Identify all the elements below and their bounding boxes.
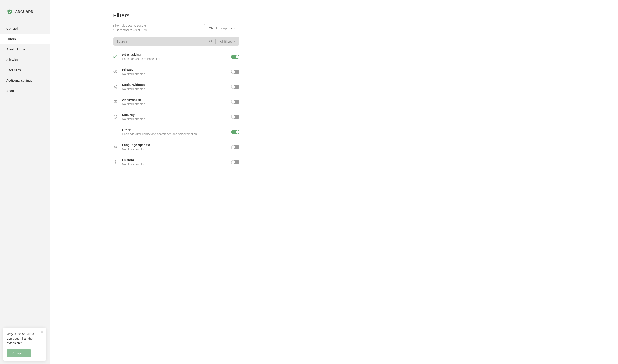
rules-count: Filter rules count: 108278: [113, 24, 148, 28]
category-title: Security: [122, 113, 226, 117]
category-subtitle: Enabled: AdGuard Base filter: [122, 57, 226, 61]
category-title: Language-specific: [122, 143, 226, 147]
category-subtitle: No filters enabled: [122, 72, 226, 76]
annoyance-icon: [113, 100, 118, 104]
category-row-social-widgets[interactable]: Social Widgets No filters enabled: [113, 83, 239, 91]
toggle-language-specific[interactable]: [231, 145, 239, 149]
sidebar-item-label: Stealth Mode: [6, 47, 25, 51]
sidebar: ADGUARD General Filters Stealth Mode All…: [0, 0, 50, 364]
sidebar-item-label: About: [6, 89, 15, 92]
sidebar-item-additional-settings[interactable]: Additional settings: [0, 75, 50, 86]
sidebar-item-label: Additional settings: [6, 78, 32, 82]
svg-point-6: [114, 86, 115, 87]
category-subtitle: No filters enabled: [122, 102, 226, 106]
search-bar: All filters: [113, 37, 239, 46]
check-updates-button[interactable]: Check for updates: [204, 24, 239, 32]
category-text: Ad Blocking Enabled: AdGuard Base filter: [122, 53, 226, 61]
brand-name: ADGUARD: [15, 10, 33, 14]
search-input[interactable]: [113, 40, 209, 43]
toggle-ad-blocking[interactable]: [231, 55, 239, 59]
filter-dropdown-label: All filters: [220, 40, 232, 43]
category-text: Custom No filters enabled: [122, 158, 226, 166]
list-icon: [113, 130, 118, 134]
search-icon[interactable]: [209, 40, 215, 43]
shield-icon: [113, 115, 118, 119]
svg-point-7: [116, 85, 117, 86]
filter-categories: Ad Blocking Enabled: AdGuard Base filter…: [113, 53, 239, 166]
chevron-down-icon: [233, 40, 236, 43]
brand-logo-block: ADGUARD: [0, 0, 50, 23]
category-subtitle: No filters enabled: [122, 163, 226, 166]
header-row: Filter rules count: 108278 1 December 20…: [113, 24, 239, 32]
sidebar-item-label: Allowlist: [6, 58, 18, 62]
category-row-annoyances[interactable]: Annoyances No filters enabled: [113, 98, 239, 106]
sidebar-item-label: Filters: [6, 37, 16, 41]
category-subtitle: No filters enabled: [122, 87, 226, 91]
svg-point-8: [116, 88, 117, 88]
category-row-privacy[interactable]: Privacy No filters enabled: [113, 68, 239, 76]
category-text: Other Enabled: Filter unblocking search …: [122, 128, 226, 136]
category-title: Custom: [122, 158, 226, 162]
sidebar-item-label: User rules: [6, 68, 21, 72]
category-subtitle: Enabled: Filter unblocking search ads an…: [122, 132, 226, 136]
toggle-privacy[interactable]: [231, 70, 239, 74]
check-updates-label: Check for updates: [209, 26, 235, 30]
custom-icon: [113, 160, 118, 164]
no-ads-icon: [113, 55, 118, 59]
language-icon: [113, 145, 118, 149]
page-title: Filters: [113, 12, 239, 19]
sidebar-item-stealth-mode[interactable]: Stealth Mode: [0, 44, 50, 54]
main-area: Filters Filter rules count: 108278 1 Dec…: [50, 0, 618, 364]
toggle-social-widgets[interactable]: [231, 85, 239, 89]
category-text: Annoyances No filters enabled: [122, 98, 226, 106]
category-text: Social Widgets No filters enabled: [122, 83, 226, 91]
toggle-other[interactable]: [231, 130, 239, 134]
category-subtitle: No filters enabled: [122, 117, 226, 121]
category-row-ad-blocking[interactable]: Ad Blocking Enabled: AdGuard Base filter: [113, 53, 239, 61]
category-subtitle: No filters enabled: [122, 147, 226, 151]
sidebar-item-about[interactable]: About: [0, 86, 50, 96]
category-title: Other: [122, 128, 226, 131]
sidebar-item-user-rules[interactable]: User rules: [0, 65, 50, 75]
category-title: Ad Blocking: [122, 53, 226, 56]
sidebar-item-filters[interactable]: Filters: [0, 34, 50, 44]
category-text: Security No filters enabled: [122, 113, 226, 121]
adguard-shield-logo-icon: [7, 9, 13, 15]
share-icon: [113, 85, 118, 89]
compare-button[interactable]: Compare: [7, 349, 31, 357]
category-text: Language-specific No filters enabled: [122, 143, 226, 151]
toggle-security[interactable]: [231, 115, 239, 119]
category-row-other[interactable]: Other Enabled: Filter unblocking search …: [113, 128, 239, 136]
svg-line-9: [115, 86, 116, 86]
toggle-annoyances[interactable]: [231, 100, 239, 104]
promo-text: Why is the AdGuard app better than the e…: [7, 332, 42, 346]
svg-point-0: [210, 40, 211, 42]
category-row-custom[interactable]: Custom No filters enabled: [113, 158, 239, 166]
updated-at: 1 December 2023 at 13:09: [113, 28, 148, 32]
sidebar-item-label: General: [6, 27, 18, 30]
sidebar-item-general[interactable]: General: [0, 23, 50, 34]
category-row-language-specific[interactable]: Language-specific No filters enabled: [113, 143, 239, 151]
close-icon[interactable]: [40, 330, 44, 334]
category-text: Privacy No filters enabled: [122, 68, 226, 76]
compare-button-label: Compare: [12, 351, 26, 355]
category-title: Privacy: [122, 68, 226, 71]
filter-type-dropdown[interactable]: All filters: [216, 40, 239, 43]
filter-meta: Filter rules count: 108278 1 December 20…: [113, 24, 148, 32]
promo-card: Why is the AdGuard app better than the e…: [3, 327, 46, 361]
sidebar-item-allowlist[interactable]: Allowlist: [0, 54, 50, 65]
sidebar-nav: General Filters Stealth Mode Allowlist U…: [0, 23, 50, 96]
svg-line-1: [211, 42, 212, 43]
category-title: Annoyances: [122, 98, 226, 102]
category-title: Social Widgets: [122, 83, 226, 86]
eye-off-icon: [113, 70, 118, 74]
toggle-custom[interactable]: [231, 160, 239, 164]
svg-point-12: [115, 102, 115, 102]
content-column: Filters Filter rules count: 108278 1 Dec…: [113, 12, 239, 364]
category-row-security[interactable]: Security No filters enabled: [113, 113, 239, 121]
svg-line-10: [115, 87, 116, 88]
